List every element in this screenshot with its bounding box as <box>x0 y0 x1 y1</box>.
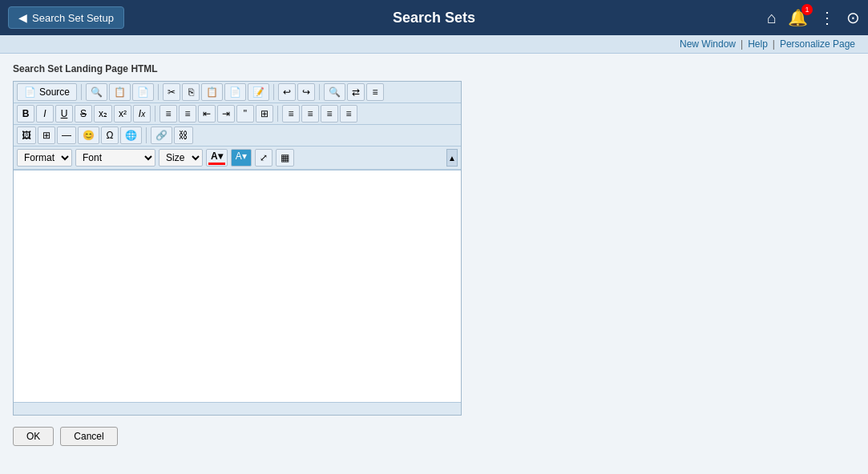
redo-btn[interactable]: ↪ <box>297 83 315 101</box>
show-blocks-btn[interactable]: ▦ <box>276 149 294 167</box>
separator6 <box>277 106 278 122</box>
sep1: | <box>741 38 743 50</box>
special-char-btn[interactable]: Ω <box>101 127 119 144</box>
separator4 <box>319 84 320 100</box>
spellcheck-btn[interactable]: ≡ <box>366 83 384 101</box>
section-label: Search Set Landing Page HTML <box>13 63 855 74</box>
page-content: Search Set Landing Page HTML 📄 Source 🔍 … <box>0 54 868 456</box>
superscript-btn[interactable]: x² <box>114 105 131 123</box>
paste-btn[interactable]: 📋 <box>201 83 223 101</box>
paste-word-btn[interactable]: 📝 <box>248 83 269 101</box>
link-btn[interactable]: 🔗 <box>151 127 172 144</box>
ok-button[interactable]: OK <box>13 427 54 446</box>
toolbar-row-1: 📄 Source 🔍 📋 📄 ✂ ⎘ 📋 📄 📝 ↩ ↪ 🔍 ⇄ ≡ <box>14 82 461 103</box>
new-window-link[interactable]: New Window <box>680 38 736 50</box>
blockquote-btn[interactable]: " <box>236 105 254 123</box>
top-bar: ◀ Search Set Setup Search Sets ⌂ 🔔 1 ⋮ ⊙ <box>0 0 868 35</box>
align-center-btn[interactable]: ≡ <box>301 105 319 123</box>
top-icons: ⌂ 🔔 1 ⋮ ⊙ <box>767 8 860 27</box>
paste-text-btn[interactable]: 📄 <box>224 83 246 101</box>
home-icon[interactable]: ⌂ <box>767 9 777 27</box>
back-button[interactable]: ◀ Search Set Setup <box>8 6 124 29</box>
unlink-btn[interactable]: ⛓ <box>174 127 193 144</box>
back-arrow-icon: ◀ <box>18 11 27 24</box>
font-select[interactable]: Font <box>75 149 155 167</box>
help-link[interactable]: Help <box>748 38 768 50</box>
source-label: Source <box>39 86 70 98</box>
ol-btn[interactable]: ≡ <box>159 105 177 123</box>
replace-btn[interactable]: ⇄ <box>347 83 365 101</box>
source-button[interactable]: 📄 Source <box>17 83 77 101</box>
separator1 <box>81 84 82 100</box>
editor-area[interactable] <box>14 170 461 402</box>
div-btn[interactable]: ⊞ <box>256 105 273 123</box>
toolbar-row-3: 🖼 ⊞ — 😊 Ω 🌐 🔗 ⛓ <box>14 125 461 147</box>
page-title: Search Sets <box>393 10 475 26</box>
toolbar-row-2: B I U S x₂ x² Ix ≡ ≡ ⇤ ⇥ " ⊞ ≡ ≡ ≡ ≡ <box>14 103 461 125</box>
notifications-icon[interactable]: 🔔 1 <box>788 8 808 27</box>
editor-container: 📄 Source 🔍 📋 📄 ✂ ⎘ 📋 📄 📝 ↩ ↪ 🔍 ⇄ ≡ B I <box>13 81 462 416</box>
notification-badge: 1 <box>801 4 813 15</box>
remove-format-btn[interactable]: Ix <box>133 105 151 123</box>
toolbar-row-4: Format Font Size A▾ A▾ ⤢ ▦ ▲ <box>14 147 461 170</box>
subscript-btn[interactable]: x₂ <box>94 105 112 123</box>
separator2 <box>158 84 159 100</box>
bottom-buttons: OK Cancel <box>13 427 855 446</box>
ul-btn[interactable]: ≡ <box>179 105 196 123</box>
emoji-btn[interactable]: 😊 <box>78 127 99 144</box>
copy-btn[interactable]: ⎘ <box>182 83 200 101</box>
sub-bar: New Window | Help | Personalize Page <box>0 35 868 54</box>
source-icon: 📄 <box>24 86 36 98</box>
image-btn[interactable]: 🖼 <box>17 127 36 144</box>
bold-btn[interactable]: B <box>17 105 34 123</box>
sep2: | <box>773 38 775 50</box>
undo-btn[interactable]: ↩ <box>278 83 296 101</box>
cut-btn[interactable]: ✂ <box>163 83 180 101</box>
table-btn[interactable]: ⊞ <box>38 127 55 144</box>
scroll-up-btn[interactable]: ▲ <box>446 149 458 167</box>
align-justify-btn[interactable]: ≡ <box>340 105 357 123</box>
hr-btn[interactable]: — <box>57 127 76 144</box>
bg-color-btn[interactable]: A▾ <box>231 149 252 167</box>
strike-btn[interactable]: S <box>75 105 92 123</box>
separator5 <box>155 106 155 122</box>
templates-btn[interactable]: 📋 <box>109 83 131 101</box>
back-label: Search Set Setup <box>32 12 114 24</box>
align-right-btn[interactable]: ≡ <box>321 105 338 123</box>
find-btn[interactable]: 🔍 <box>324 83 345 101</box>
font-color-btn[interactable]: A▾ <box>206 149 228 167</box>
circle-icon[interactable]: ⊙ <box>846 8 860 27</box>
underline-btn[interactable]: U <box>55 105 73 123</box>
maximize-btn[interactable]: ⤢ <box>255 149 273 167</box>
outdent-btn[interactable]: ⇤ <box>198 105 216 123</box>
separator3 <box>273 84 274 100</box>
cancel-button[interactable]: Cancel <box>60 427 117 446</box>
format-select[interactable]: Format <box>17 149 72 167</box>
indent-btn[interactable]: ⇥ <box>217 105 235 123</box>
align-left-btn[interactable]: ≡ <box>282 105 300 123</box>
preview-btn[interactable]: 🔍 <box>86 83 107 101</box>
italic-btn[interactable]: I <box>36 105 54 123</box>
more-options-icon[interactable]: ⋮ <box>819 8 835 27</box>
personalize-link[interactable]: Personalize Page <box>780 38 855 50</box>
document-btn[interactable]: 📄 <box>132 83 154 101</box>
separator7 <box>146 127 147 143</box>
editor-bottom-bar <box>14 402 461 415</box>
iframe-btn[interactable]: 🌐 <box>120 127 142 144</box>
size-select[interactable]: Size <box>159 149 203 167</box>
